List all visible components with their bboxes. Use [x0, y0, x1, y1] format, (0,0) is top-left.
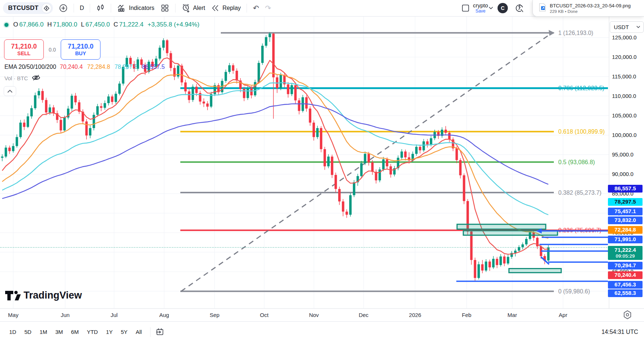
series-status-dot — [4, 23, 8, 27]
svg-text:Oct: Oct — [260, 312, 269, 318]
date-range-buttons: 1D5D1M3M6MYTD1Y5YAll — [6, 327, 146, 337]
svg-text:Jul: Jul — [110, 312, 117, 318]
trade-panel: 71,210.0 SELL 0.0 71,210.0 BUY — [4, 39, 100, 60]
price-axis-ticks: 125,000.0120,000.0115,000.0110,000.0105,… — [612, 34, 637, 294]
chart-style-button[interactable] — [93, 1, 108, 15]
toolbar-divider — [90, 4, 90, 13]
svg-text:0.5 (93,086.8): 0.5 (93,086.8) — [558, 159, 595, 165]
svg-text:1 (126,193.0): 1 (126,193.0) — [558, 30, 593, 36]
svg-text:105,000.0: 105,000.0 — [612, 112, 637, 119]
time-axis-labels: MayJunJulAugSepOctNovDec2026FebMarApr — [8, 312, 567, 318]
tradingview-app: BTCUSDT D Indicators Alert Replay — [0, 0, 644, 342]
session-clock[interactable]: 14:54:31 UTC — [601, 329, 638, 335]
volume-legend[interactable]: Vol · BTC — [4, 74, 40, 82]
volume-label: Vol · BTC — [4, 75, 28, 81]
symbol-switcher[interactable]: BTCUSDT — [3, 2, 53, 14]
toolbar-divider — [74, 4, 74, 13]
replay-label: Replay — [222, 5, 241, 11]
symbol-diamond-icon[interactable] — [42, 3, 52, 13]
ohlc-item: C71,222.4 — [114, 21, 144, 28]
chart-area: 1 (126,193.0)0.786 (112,023.5)0.618 (100… — [0, 17, 644, 321]
spread-value: 0.0 — [44, 47, 61, 53]
bottom-toolbar: 1D5D1M3M6MYTD1Y5YAll 14:54:31 UTC — [0, 321, 644, 342]
buy-button[interactable]: 71,210.0 BUY — [61, 39, 100, 60]
svg-text:Aug: Aug — [159, 312, 169, 318]
layout-panel-button[interactable] — [458, 1, 473, 15]
replay-button[interactable]: Replay — [208, 1, 244, 15]
svg-text:2026: 2026 — [409, 312, 421, 318]
svg-text:125,000.0: 125,000.0 — [612, 34, 637, 40]
sell-label: SELL — [17, 50, 31, 56]
collapse-pane-button[interactable] — [4, 86, 16, 96]
alert-button[interactable]: Alert — [178, 1, 208, 15]
ema-values: 70,240.472,284.878,297.586,557.5 — [60, 64, 165, 70]
svg-text:Feb: Feb — [462, 312, 471, 318]
svg-text:120,000.0: 120,000.0 — [612, 54, 637, 60]
buy-label: BUY — [75, 50, 86, 56]
buy-price: 71,210.0 — [68, 43, 93, 50]
range-1y[interactable]: 1Y — [103, 327, 116, 337]
svg-text:0 (59,980.6): 0 (59,980.6) — [558, 288, 590, 295]
svg-text:TradingView: TradingView — [24, 290, 82, 301]
quick-search-icon[interactable] — [512, 1, 527, 15]
save-button[interactable]: Save — [475, 9, 485, 14]
range-ytd[interactable]: YTD — [84, 327, 101, 337]
ohlc-item: H71,800.0 — [47, 21, 77, 28]
ema-legend[interactable]: EMA 20/50/100/200 70,240.472,284.878,297… — [4, 64, 165, 70]
ema-value: 78,297.5 — [114, 64, 137, 70]
ema-value: 86,557.5 — [142, 64, 164, 70]
axis-settings-icon — [624, 311, 631, 319]
toolbar-divider — [175, 4, 176, 13]
svg-text:0.618 (100,899.9): 0.618 (100,899.9) — [558, 128, 605, 135]
indicators-label: Indicators — [129, 5, 154, 11]
range-all[interactable]: All — [132, 327, 145, 337]
download-info: BTCUSDT_2026-03-23_20-54-09.png 229 KB •… — [550, 3, 631, 14]
range-5y[interactable]: 5Y — [117, 327, 131, 337]
svg-text:Nov: Nov — [309, 312, 319, 318]
svg-text:60,000.0: 60,000.0 — [612, 288, 633, 294]
svg-text:May: May — [8, 312, 19, 318]
layout-title: crypto — [473, 3, 488, 9]
range-1d[interactable]: 1D — [6, 327, 20, 337]
svg-text:75,000.0: 75,000.0 — [612, 229, 633, 236]
layout-name[interactable]: crypto Save — [473, 3, 488, 14]
svg-text:70,000.0: 70,000.0 — [612, 249, 633, 255]
indicator-templates-button[interactable] — [158, 1, 172, 15]
svg-text:95,000.0: 95,000.0 — [612, 151, 633, 158]
range-3m[interactable]: 3M — [52, 327, 66, 337]
download-status: 229 KB • Done — [550, 9, 631, 14]
svg-text:Jun: Jun — [61, 312, 70, 318]
download-notification[interactable]: BTCUSDT_2026-03-23_20-54-09.png 229 KB •… — [532, 0, 644, 17]
file-icon — [539, 3, 546, 13]
compare-add-button[interactable] — [56, 1, 71, 15]
toolbar-divider — [150, 327, 151, 337]
fib-retracement: 1 (126,193.0)0.786 (112,023.5)0.618 (100… — [180, 30, 608, 295]
redo-button[interactable]: ↷ — [262, 1, 274, 15]
svg-text:110,000.0: 110,000.0 — [612, 93, 636, 99]
range-6m[interactable]: 6M — [68, 327, 82, 337]
range-5d[interactable]: 5D — [21, 327, 35, 337]
go-to-date-button[interactable] — [154, 326, 166, 338]
toolbar-divider — [111, 4, 111, 13]
currency-label: USDT — [614, 24, 629, 30]
ohlc-legend[interactable]: O67,866.0H71,800.0L67,450.0C71,222.4 +3,… — [4, 21, 199, 28]
zone-boxes — [457, 224, 561, 272]
account-avatar[interactable]: C — [498, 3, 508, 13]
eye-slash-icon[interactable] — [32, 74, 40, 82]
interval-button[interactable]: D — [77, 3, 87, 14]
indicators-button[interactable]: Indicators — [114, 1, 157, 15]
svg-text:Apr: Apr — [559, 312, 567, 318]
svg-text:Dec: Dec — [359, 312, 369, 318]
svg-text:0.786 (112,023.5): 0.786 (112,023.5) — [558, 85, 604, 91]
sell-button[interactable]: 71,210.0 SELL — [4, 39, 44, 60]
ohlc-values: O67,866.0H71,800.0L67,450.0C71,222.4 — [13, 21, 144, 28]
undo-button[interactable]: ↶ — [250, 1, 262, 15]
download-filename: BTCUSDT_2026-03-23_20-54-09.png — [550, 3, 631, 8]
currency-selector[interactable]: USDT — [610, 21, 644, 33]
svg-text:90,000.0: 90,000.0 — [612, 171, 633, 177]
chart-canvas[interactable]: 1 (126,193.0)0.786 (112,023.5)0.618 (100… — [0, 17, 644, 321]
ema-value: 72,284.8 — [87, 64, 110, 70]
layout-dropdown-chevron[interactable] — [488, 4, 494, 12]
svg-text:100,000.0: 100,000.0 — [612, 132, 637, 138]
range-1m[interactable]: 1M — [36, 327, 50, 337]
